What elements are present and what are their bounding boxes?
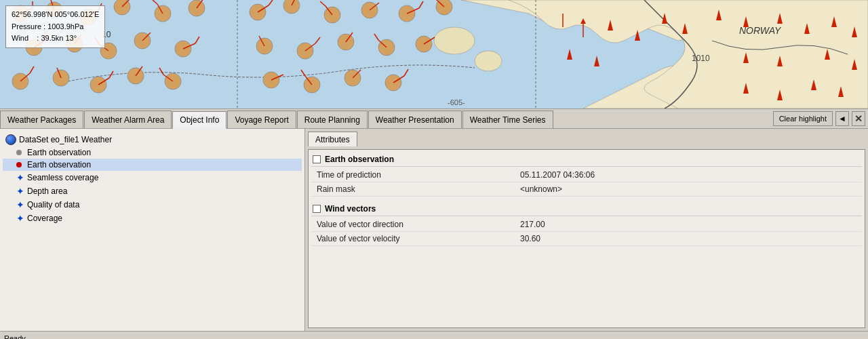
svg-marker-92	[662, 13, 667, 24]
checkbox-earth-obs[interactable]	[313, 155, 321, 163]
tree-item-earth-obs-2-label: Earth observation	[27, 160, 91, 170]
svg-marker-89	[580, 18, 586, 24]
star-icon-depth: ✦	[16, 186, 24, 197]
attr-value: 30.60	[515, 232, 862, 246]
tab-weather-packages[interactable]: Weather Packages	[0, 111, 83, 128]
close-button[interactable]: ✕	[852, 111, 865, 126]
tab-voyage-report[interactable]: Voyage Report	[227, 111, 296, 128]
map-area: 10 -605-	[0, 0, 868, 108]
checkbox-wind[interactable]	[313, 205, 321, 213]
svg-marker-109	[838, 86, 844, 97]
svg-line-66	[30, 66, 34, 73]
svg-marker-104	[825, 49, 830, 60]
tree-item-dataset[interactable]: DataSet eo_file1 Weather	[3, 133, 302, 146]
table-row: Value of vector velocity 30.60	[311, 232, 862, 246]
attr-table-wind: Value of vector direction 217.00 Value o…	[311, 218, 862, 246]
svg-marker-106	[743, 83, 749, 94]
status-text: Ready	[4, 334, 26, 340]
svg-marker-91	[635, 30, 640, 41]
svg-marker-100	[567, 49, 572, 60]
svg-marker-96	[777, 13, 783, 24]
map-wind: Wind : 39.5kn 13°	[12, 33, 99, 45]
attr-value: 217.00	[515, 218, 862, 232]
tree-item-earth-obs-2[interactable]: Earth observation	[3, 159, 302, 171]
svg-marker-101	[594, 56, 599, 66]
svg-marker-107	[777, 89, 783, 100]
section-title-wind: Wind vectors	[325, 204, 376, 214]
dot-icon-red	[16, 162, 22, 167]
svg-line-36	[419, 1, 423, 8]
svg-line-51	[195, 37, 199, 43]
right-panel: Attributes Earth observation Time of pre…	[305, 129, 868, 331]
tab-weather-presentation[interactable]: Weather Presentation	[368, 111, 462, 128]
attr-label: Value of vector direction	[311, 218, 515, 232]
svg-marker-108	[811, 79, 816, 90]
svg-line-26	[269, 0, 273, 5]
svg-text:1010: 1010	[692, 54, 710, 63]
map-info-overlay: 62°56.998'N 005°06.012'E Pressure : 1003…	[5, 5, 105, 48]
svg-line-31	[320, 1, 326, 6]
svg-point-17	[114, 0, 130, 15]
map-pressure: Pressure : 1003.9hPa	[12, 21, 99, 33]
tree-item-depth-area-label: Depth area	[27, 186, 67, 196]
star-icon-quality: ✦	[16, 199, 24, 210]
svg-marker-98	[831, 16, 837, 27]
attr-tab-strip: Attributes	[308, 132, 865, 146]
table-row: Rain mask <unknown>	[311, 182, 862, 197]
table-row: Time of prediction 05.11.2007 04:36:06	[311, 168, 862, 182]
section-header-earth-obs: Earth observation	[311, 153, 862, 167]
tree-item-coverage[interactable]: ✦ Coverage	[3, 212, 302, 225]
attr-value: 05.11.2007 04:36:06	[515, 168, 862, 182]
tab-bar: Weather Packages Weather Alarm Area Obje…	[0, 108, 868, 129]
svg-line-81	[301, 70, 305, 76]
tab-weather-time-series[interactable]: Weather Time Series	[462, 111, 553, 128]
attr-value: <unknown>	[515, 182, 862, 197]
svg-marker-105	[852, 59, 857, 70]
attr-label: Value of vector velocity	[311, 232, 515, 246]
svg-line-71	[109, 71, 113, 78]
svg-marker-102	[743, 52, 749, 63]
prev-arrow-button[interactable]: ◄	[835, 111, 849, 126]
svg-line-86	[404, 69, 408, 76]
tree-item-quality[interactable]: ✦ Quality of data	[3, 198, 302, 212]
tree-item-coverage-label: Coverage	[27, 214, 62, 223]
attr-table-earth-obs: Time of prediction 05.11.2007 04:36:06 R…	[311, 168, 862, 197]
tree-item-depth-area[interactable]: ✦ Depth area	[3, 184, 302, 198]
svg-line-21	[153, 0, 157, 4]
svg-marker-97	[804, 23, 810, 34]
map-coords: 62°56.998'N 005°06.012'E	[12, 9, 99, 21]
tab-route-planning[interactable]: Route Planning	[297, 111, 368, 128]
left-panel: DataSet eo_file1 Weather Earth observati…	[0, 129, 305, 331]
tree-item-earth-obs-1[interactable]: Earth observation	[3, 146, 302, 159]
tree-item-earth-obs-1-label: Earth observation	[27, 148, 91, 157]
attr-content: Earth observation Time of prediction 05.…	[308, 149, 865, 328]
tree-item-seamless[interactable]: ✦ Seamless coverage	[3, 171, 302, 184]
main-content: DataSet eo_file1 Weather Earth observati…	[0, 129, 868, 331]
globe-icon	[5, 134, 16, 145]
tree-item-quality-label: Quality of data	[27, 200, 79, 210]
attr-label: Time of prediction	[311, 168, 515, 182]
tab-object-info[interactable]: Object Info	[172, 111, 226, 129]
section-title-earth-obs: Earth observation	[325, 155, 394, 164]
svg-marker-103	[777, 56, 783, 66]
tree-item-dataset-label: DataSet eo_file1 Weather	[19, 135, 112, 144]
tree-item-seamless-label: Seamless coverage	[27, 173, 98, 182]
svg-marker-94	[716, 9, 722, 20]
dot-icon-gray	[16, 150, 22, 155]
attr-label: Rain mask	[311, 182, 515, 197]
star-icon-seamless: ✦	[16, 172, 24, 183]
svg-line-61	[374, 34, 378, 40]
clear-highlight-button[interactable]: Clear highlight	[773, 111, 833, 126]
svg-marker-90	[608, 20, 613, 31]
svg-line-76	[159, 68, 163, 75]
svg-point-27	[283, 0, 300, 14]
svg-line-56	[315, 37, 320, 43]
tab-weather-alarm-area[interactable]: Weather Alarm Area	[84, 111, 172, 128]
status-bar: Ready	[0, 331, 868, 339]
attr-tab-attributes[interactable]: Attributes	[308, 132, 357, 146]
section-header-wind: Wind vectors	[311, 202, 862, 216]
svg-marker-99	[852, 26, 857, 37]
star-icon-coverage: ✦	[16, 213, 24, 224]
table-row: Value of vector direction 217.00	[311, 218, 862, 232]
svg-text:NORWAY: NORWAY	[739, 25, 782, 36]
